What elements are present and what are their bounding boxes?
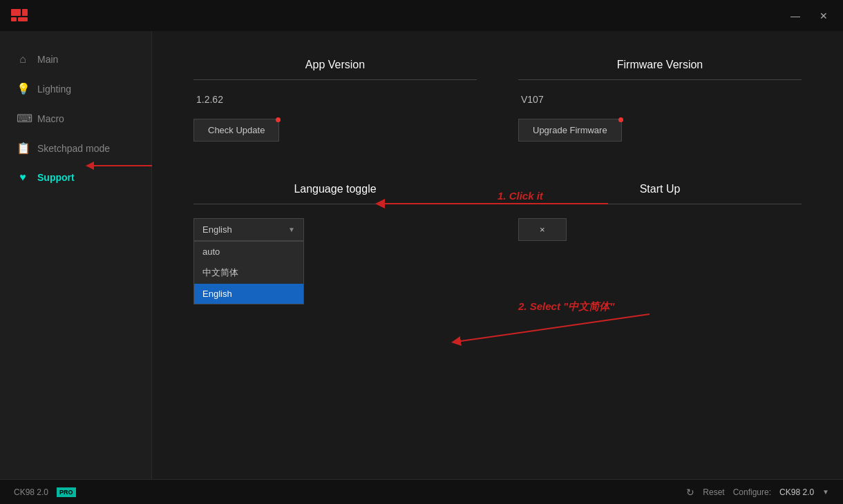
sidebar-item-lighting[interactable]: 💡 Lighting — [0, 74, 151, 104]
bottom-section: Language toggle English ▼ auto 中文简体 Engl… — [193, 183, 802, 241]
reset-icon[interactable]: ↻ — [686, 487, 694, 498]
svg-line-9 — [456, 314, 650, 342]
home-icon: ⌂ — [17, 53, 29, 66]
startup-title: Start Up — [518, 183, 802, 195]
macro-icon: ⌨ — [17, 112, 29, 125]
language-option-auto[interactable]: auto — [194, 242, 303, 262]
sidebar-label-sketchpad: Sketchpad mode — [37, 143, 110, 154]
dropdown-arrow-icon: ▼ — [288, 226, 295, 233]
select-annotation-container: 2. Select "中文简体" — [449, 300, 670, 358]
upgrade-firmware-button[interactable]: Upgrade Firmware — [518, 119, 622, 142]
footer-dropdown-arrow-icon[interactable]: ▼ — [822, 488, 829, 496]
sketchpad-icon: 📋 — [17, 142, 29, 155]
check-update-button[interactable]: Check Update — [193, 119, 279, 142]
sidebar-label-lighting: Lighting — [37, 84, 71, 95]
language-block: Language toggle English ▼ auto 中文简体 Engl… — [193, 183, 477, 241]
sidebar-item-main[interactable]: ⌂ Main — [0, 45, 151, 74]
footer-reset-label: Reset — [703, 487, 724, 497]
sidebar: ⌂ Main 💡 Lighting ⌨ Macro 📋 Sketchpad mo… — [0, 31, 152, 479]
close-button[interactable]: ✕ — [815, 8, 832, 23]
app-version-value: 1.2.62 — [193, 94, 477, 105]
sidebar-label-macro: Macro — [37, 113, 64, 124]
startup-button[interactable]: × — [518, 218, 567, 241]
keyboard-pro-icon: PRO — [57, 487, 76, 497]
version-section: App Version 1.2.62 Check Update Firmware… — [193, 59, 802, 142]
titlebar-controls: — ✕ — [786, 8, 832, 23]
app-logo — [11, 6, 36, 26]
firmware-version-value: V107 — [518, 94, 802, 105]
language-dropdown[interactable]: English ▼ — [193, 218, 304, 241]
app-version-title: App Version — [193, 59, 477, 71]
update-dot — [276, 117, 281, 122]
language-selected-value: English — [202, 224, 232, 235]
footer-configure-label: Configure: — [733, 487, 771, 497]
main-layout: ⌂ Main 💡 Lighting ⌨ Macro 📋 Sketchpad mo… — [0, 31, 843, 479]
footer-device: CK98 2.0 — [14, 487, 48, 497]
sidebar-label-main: Main — [37, 54, 58, 65]
support-icon: ♥ — [17, 171, 29, 184]
language-dropdown-menu: auto 中文简体 English — [193, 241, 304, 304]
svg-rect-0 — [11, 9, 21, 16]
sidebar-item-support[interactable]: ♥ Support — [0, 163, 151, 192]
sidebar-label-support: Support — [37, 172, 75, 183]
svg-rect-2 — [11, 17, 17, 21]
select-chinese-label: 2. Select "中文简体" — [518, 300, 614, 313]
svg-rect-1 — [22, 9, 28, 16]
main-content: App Version 1.2.62 Check Update Firmware… — [152, 31, 843, 479]
app-version-block: App Version 1.2.62 Check Update — [193, 59, 477, 142]
firmware-version-block: Firmware Version V107 Upgrade Firmware — [518, 59, 802, 142]
sidebar-item-macro[interactable]: ⌨ Macro — [0, 104, 151, 133]
language-dropdown-container: English ▼ auto 中文简体 English — [193, 218, 304, 241]
firmware-dot — [618, 117, 623, 122]
language-option-en[interactable]: English — [194, 284, 303, 304]
startup-block: Start Up × — [518, 183, 802, 241]
footer-config-device: CK98 2.0 — [779, 487, 814, 497]
language-title: Language toggle — [193, 183, 477, 195]
language-option-zh[interactable]: 中文简体 — [194, 262, 303, 284]
titlebar: — ✕ — [0, 0, 843, 31]
footer: CK98 2.0 PRO ↻ Reset Configure: CK98 2.0… — [0, 479, 843, 504]
sidebar-item-sketchpad[interactable]: 📋 Sketchpad mode — [0, 133, 151, 163]
svg-rect-3 — [18, 17, 28, 21]
firmware-version-title: Firmware Version — [518, 59, 802, 71]
minimize-button[interactable]: — — [786, 8, 804, 23]
lighting-icon: 💡 — [17, 82, 29, 95]
